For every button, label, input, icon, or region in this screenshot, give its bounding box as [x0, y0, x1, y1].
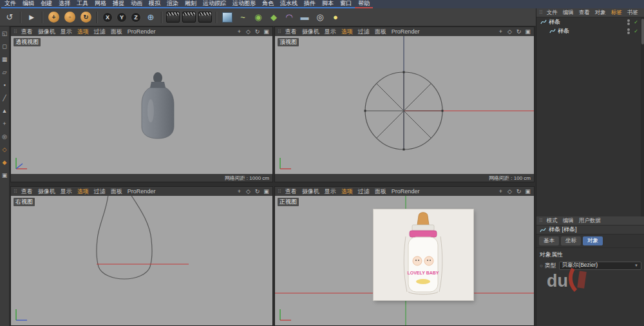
- viewport-menu-item[interactable]: ProRender: [389, 188, 422, 195]
- toggle-view-icon[interactable]: ▣: [263, 28, 270, 35]
- toggle-view-icon[interactable]: ▣: [524, 188, 531, 195]
- menu-item[interactable]: 流水线: [277, 0, 301, 8]
- object-manager-menu-item[interactable]: 编辑: [560, 9, 576, 17]
- visibility-dots-icon[interactable]: [627, 19, 630, 25]
- viewport-menu-item[interactable]: 面板: [372, 28, 389, 36]
- texture-mode-icon[interactable]: ▦: [1, 55, 8, 63]
- menu-item[interactable]: 渲染: [164, 0, 182, 8]
- viewport-menu-item[interactable]: ProRender: [125, 188, 158, 195]
- workplane-mode-icon[interactable]: ▱: [1, 68, 8, 76]
- object-row[interactable]: 样条 ✓: [536, 26, 644, 35]
- viewport-menu-item[interactable]: 查看: [19, 28, 35, 36]
- points-mode-icon[interactable]: ▪: [1, 81, 8, 89]
- menu-item[interactable]: 角色: [259, 0, 277, 8]
- add-cube-icon[interactable]: [222, 12, 232, 23]
- attribute-menu-item[interactable]: 用户数据: [576, 217, 603, 225]
- object-row[interactable]: 样条 ✓: [536, 17, 644, 26]
- coordinate-system-icon[interactable]: ⊕: [144, 10, 158, 24]
- object-manager-menu-item[interactable]: 查看: [576, 9, 592, 17]
- object-name[interactable]: 样条: [549, 18, 560, 26]
- sweep-object-icon[interactable]: ◆: [267, 10, 281, 24]
- viewport-menu-item[interactable]: 选项: [339, 187, 355, 196]
- menu-item[interactable]: 工具: [73, 0, 91, 8]
- viewport-menu-item[interactable]: 过滤: [91, 187, 108, 196]
- viewport-menu-item[interactable]: 面板: [108, 28, 125, 36]
- viewport-canvas-front[interactable]: 正视图 LOVELY BABY: [275, 196, 534, 325]
- z-axis-lock-button[interactable]: Z: [131, 12, 141, 23]
- undo-icon[interactable]: ↺: [3, 10, 17, 24]
- rotate-view-icon[interactable]: ↻: [515, 188, 522, 195]
- pan-view-icon[interactable]: +: [497, 188, 504, 195]
- object-manager-menu-item[interactable]: 标签: [609, 9, 625, 17]
- object-manager[interactable]: 样条 ✓ 样条 ✓: [536, 17, 644, 216]
- viewport-menu-item[interactable]: 过滤: [91, 28, 108, 36]
- viewport-canvas-perspective[interactable]: 透视视图: [11, 36, 272, 174]
- menu-item[interactable]: 脚本: [319, 0, 337, 8]
- attribute-tab[interactable]: 坐标: [561, 236, 581, 245]
- viewport-menu-item[interactable]: 选项: [339, 28, 355, 36]
- zoom-view-icon[interactable]: ◇: [245, 188, 252, 195]
- viewport-menu-item[interactable]: 查看: [283, 28, 299, 36]
- make-editable-icon[interactable]: ◱: [1, 30, 8, 37]
- polygons-mode-icon[interactable]: ▲: [1, 107, 8, 115]
- bottle-3d-model[interactable]: [133, 71, 182, 140]
- menu-item[interactable]: 创建: [37, 0, 55, 8]
- render-settings-icon[interactable]: [198, 12, 212, 23]
- enable-axis-icon[interactable]: +: [1, 120, 8, 128]
- panel-grip-icon[interactable]: ⠿: [278, 29, 281, 35]
- deformer-icon[interactable]: ◠: [282, 10, 296, 24]
- reference-image[interactable]: LOVELY BABY: [374, 209, 473, 300]
- pan-view-icon[interactable]: +: [236, 28, 243, 35]
- toggle-view-icon[interactable]: ▣: [524, 28, 531, 35]
- panel-grip-icon[interactable]: ⠿: [14, 189, 17, 195]
- quantize-icon[interactable]: ◆: [1, 158, 8, 166]
- menu-item[interactable]: 动画: [128, 0, 146, 8]
- light-object-icon[interactable]: ●: [328, 10, 343, 24]
- object-manager-menu-item[interactable]: 文件: [544, 9, 560, 17]
- rotate-view-icon[interactable]: ↻: [515, 28, 522, 35]
- menu-item[interactable]: 捕捉: [109, 0, 128, 8]
- viewport-canvas-right[interactable]: 右视图: [11, 196, 272, 325]
- viewport-menu-item[interactable]: 显示: [58, 187, 75, 196]
- subdivision-surface-icon[interactable]: ◉: [251, 10, 265, 24]
- pan-view-icon[interactable]: +: [236, 188, 243, 195]
- menu-item[interactable]: 窗口: [337, 0, 355, 8]
- viewport-menu-item[interactable]: 摄像机: [299, 187, 322, 196]
- object-manager-menu-item[interactable]: 书签: [625, 9, 641, 17]
- panel-grip-icon[interactable]: ⠿: [539, 10, 543, 15]
- x-axis-lock-button[interactable]: X: [102, 12, 113, 23]
- rotate-view-icon[interactable]: ↻: [254, 28, 261, 35]
- attribute-tab[interactable]: 对象: [583, 236, 603, 245]
- viewport-menu-item[interactable]: 摄像机: [35, 187, 58, 196]
- object-manager-menu-item[interactable]: 对象: [592, 9, 609, 17]
- floor-object-icon[interactable]: ▬: [298, 10, 312, 24]
- render-view-icon[interactable]: [166, 12, 180, 23]
- spline-pen-icon[interactable]: ~: [236, 10, 250, 24]
- viewport-menu-item[interactable]: 显示: [322, 28, 339, 36]
- viewport-menu-item[interactable]: 过滤: [355, 187, 372, 196]
- menu-item[interactable]: 编辑: [19, 0, 37, 8]
- menu-item[interactable]: 模拟: [146, 0, 164, 8]
- viewport-menu-item[interactable]: 摄像机: [35, 28, 58, 36]
- menu-item[interactable]: 雕刻: [182, 0, 200, 8]
- viewport-menu-item[interactable]: 选项: [75, 187, 91, 196]
- pan-view-icon[interactable]: +: [497, 28, 504, 35]
- move-tool-icon[interactable]: +: [48, 12, 59, 23]
- attribute-menu-item[interactable]: 编辑: [560, 217, 576, 225]
- edges-mode-icon[interactable]: ╱: [1, 94, 8, 102]
- visibility-dots-icon[interactable]: [627, 28, 630, 34]
- attribute-menu-item[interactable]: 模式: [544, 217, 560, 225]
- enabled-check-icon[interactable]: ✓: [634, 28, 638, 34]
- menu-item[interactable]: 运动图形: [229, 0, 259, 8]
- viewport-menu-item[interactable]: 过滤: [355, 28, 372, 36]
- menu-item[interactable]: 插件: [301, 0, 319, 8]
- viewport-menu-item[interactable]: 摄像机: [299, 28, 322, 36]
- lock-icon[interactable]: ▣: [1, 171, 8, 179]
- viewport-canvas-top[interactable]: 顶视图: [275, 36, 534, 174]
- menu-item[interactable]: 帮助: [355, 0, 373, 8]
- key-circle-icon[interactable]: ○: [540, 263, 543, 269]
- panel-grip-icon[interactable]: ⠿: [14, 29, 17, 35]
- render-picture-viewer-icon[interactable]: [182, 12, 196, 23]
- menu-item[interactable]: 运动跟踪: [200, 0, 229, 8]
- object-manager-scrollbar[interactable]: [641, 17, 644, 216]
